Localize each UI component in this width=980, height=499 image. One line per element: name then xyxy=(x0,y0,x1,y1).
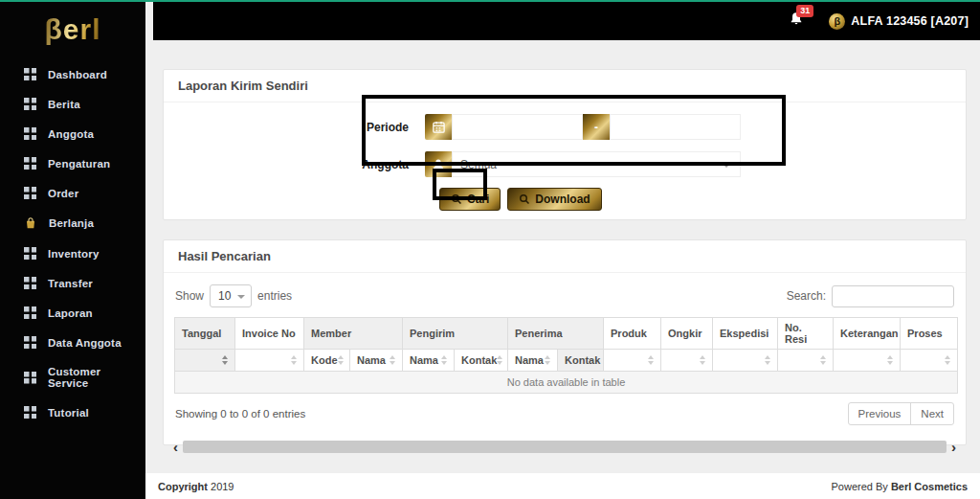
column-sub-header[interactable] xyxy=(901,350,958,372)
scroll-left-icon[interactable]: ‹ xyxy=(173,441,178,453)
column-group-penerima: Penerima xyxy=(508,318,604,350)
user-menu[interactable]: β ALFA 123456 [A207] xyxy=(829,13,969,30)
column-sub-header[interactable] xyxy=(604,350,661,372)
sidebar-item-data-anggota[interactable]: Data Anggota xyxy=(0,328,145,357)
column-sub-header-nama[interactable]: Nama xyxy=(508,350,558,372)
scroll-right-icon[interactable]: › xyxy=(951,441,956,453)
previous-button[interactable]: Previous xyxy=(849,403,912,424)
sort-icon[interactable] xyxy=(545,355,550,365)
grid-icon xyxy=(24,98,36,110)
show-label: Show xyxy=(175,289,204,303)
anggota-label: Anggota xyxy=(164,158,425,171)
column-sub-header-nama[interactable]: Nama xyxy=(403,350,455,372)
sort-icon[interactable] xyxy=(222,355,228,365)
sidebar-item-berlanja[interactable]: Berlanja xyxy=(0,208,145,238)
anggota-select[interactable]: Semua xyxy=(452,151,741,177)
sidebar-item-order[interactable]: Order xyxy=(0,178,145,208)
sort-icon[interactable] xyxy=(765,355,770,365)
copyright-text: Copyright 2019 xyxy=(158,481,234,492)
sidebar-item-laporan[interactable]: Laporan xyxy=(0,298,145,328)
sort-icon[interactable] xyxy=(338,355,344,365)
entries-summary: Showing 0 to 0 of 0 entries xyxy=(175,408,305,420)
periode-to-input[interactable] xyxy=(610,114,741,140)
periode-label: Periode xyxy=(164,121,425,134)
chevron-down-icon xyxy=(237,295,245,299)
column-sub-header-kontak[interactable]: Kontak xyxy=(455,350,508,372)
column-sub-header[interactable] xyxy=(661,350,713,372)
logo-text: βerl xyxy=(44,13,100,45)
sidebar-item-customer-service[interactable]: Customer Service xyxy=(0,357,145,397)
grid-icon xyxy=(24,127,36,140)
cari-button[interactable]: Cari xyxy=(439,188,501,211)
sort-icon[interactable] xyxy=(820,355,826,365)
chevron-down-icon xyxy=(723,164,730,168)
periode-from-input[interactable] xyxy=(452,114,583,140)
user-avatar: β xyxy=(829,13,845,30)
filter-buttons: Cari Download xyxy=(439,188,966,211)
results-table: TanggalInvoice NoMemberPengirimPenerimaP… xyxy=(174,317,958,394)
sort-icon[interactable] xyxy=(945,355,950,365)
column-sub-header[interactable] xyxy=(834,350,901,372)
column-sub-header[interactable] xyxy=(175,350,235,372)
grid-icon xyxy=(24,406,36,419)
pagination: Previous Next xyxy=(848,402,954,425)
sort-icon[interactable] xyxy=(497,355,502,365)
periode-row: Periode - xyxy=(164,114,966,140)
column-label: Kontak xyxy=(565,354,600,366)
grid-icon xyxy=(24,247,36,260)
sidebar-item-pengaturan[interactable]: Pengaturan xyxy=(0,148,145,178)
sort-icon[interactable] xyxy=(390,355,395,365)
download-button[interactable]: Download xyxy=(507,188,601,211)
sidebar-item-anggota[interactable]: Anggota xyxy=(0,119,145,148)
column-sub-header[interactable] xyxy=(235,350,304,372)
member-icon-button xyxy=(425,151,452,177)
sidebar-item-transfer[interactable]: Transfer xyxy=(0,268,145,298)
column-group-proses: Proses xyxy=(901,318,958,350)
search-input[interactable] xyxy=(832,285,954,307)
sidebar-item-dashboard[interactable]: Dashboard xyxy=(0,59,145,89)
sort-icon[interactable] xyxy=(887,355,893,365)
column-group-member: Member xyxy=(304,318,403,350)
notification-badge: 31 xyxy=(796,5,813,17)
column-sub-header[interactable] xyxy=(778,350,834,372)
sort-icon[interactable] xyxy=(291,355,297,365)
column-sub-header-nama[interactable]: Nama xyxy=(350,350,403,372)
sidebar-item-inventory[interactable]: Inventory xyxy=(0,238,145,268)
grid-icon xyxy=(24,336,36,349)
column-group-pengirim: Pengirim xyxy=(403,318,508,350)
table-search: Search: xyxy=(787,285,954,307)
sidebar-item-berita[interactable]: Berita xyxy=(0,89,145,119)
sidebar-item-label: Order xyxy=(48,188,78,199)
notifications-button[interactable]: 31 xyxy=(789,11,804,31)
sidebar: βerl DashboardBeritaAnggotaPengaturanOrd… xyxy=(0,2,145,499)
results-panel: Hasil Pencarian Show 10 entries Search: … xyxy=(163,239,967,445)
column-sub-header[interactable] xyxy=(713,350,778,372)
sort-icon[interactable] xyxy=(441,355,447,365)
app-window: βerl DashboardBeritaAnggotaPengaturanOrd… xyxy=(0,0,980,499)
page-size-select[interactable]: 10 xyxy=(210,284,252,307)
page-size-control: Show 10 entries xyxy=(175,284,292,307)
sidebar-item-tutorial[interactable]: Tutorial xyxy=(0,397,145,427)
sort-icon[interactable] xyxy=(648,355,654,365)
table-controls: Show 10 entries Search: xyxy=(164,273,966,317)
sidebar-nav: DashboardBeritaAnggotaPengaturanOrderBer… xyxy=(0,59,145,427)
column-sub-header-kode[interactable]: Kode xyxy=(304,350,350,372)
column-label: Nama xyxy=(357,354,386,366)
sidebar-item-label: Customer Service xyxy=(48,366,140,389)
app-logo[interactable]: βerl xyxy=(0,2,145,59)
sidebar-item-label: Inventory xyxy=(48,248,100,260)
search-icon xyxy=(519,193,530,205)
scrollbar-thumb[interactable] xyxy=(183,441,947,453)
anggota-fields: Semua xyxy=(425,151,741,177)
grid-icon xyxy=(24,277,36,289)
person-icon xyxy=(432,158,445,171)
sort-icon[interactable] xyxy=(700,355,705,365)
calendar-icon-button[interactable] xyxy=(425,114,452,140)
search-label: Search: xyxy=(787,289,826,303)
horizontal-scrollbar: ‹ › xyxy=(173,441,956,453)
column-group-keterangan: Keterangan xyxy=(834,318,901,350)
column-group-invoice-no: Invoice No xyxy=(235,318,304,350)
sidebar-item-label: Pengaturan xyxy=(48,158,110,170)
next-button[interactable]: Next xyxy=(911,403,953,424)
column-sub-header-kontak: Kontak xyxy=(558,350,604,372)
